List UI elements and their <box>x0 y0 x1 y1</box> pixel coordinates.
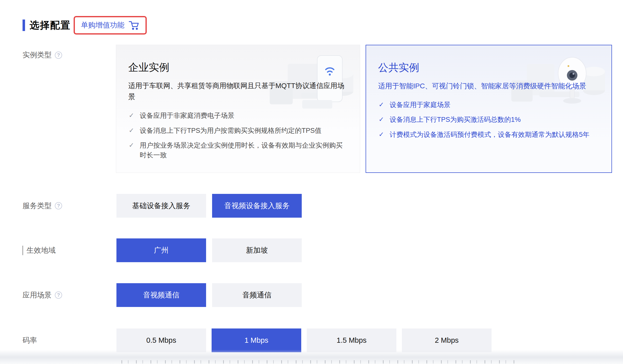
check-icon: ✓ <box>129 141 134 150</box>
bitrate-options: 0.5 Mbps 1 Mbps 1.5 Mbps 2 Mbps <box>116 328 492 352</box>
instance-type-label: 实例类型 ? <box>23 50 62 60</box>
section-accent-bar <box>23 20 25 31</box>
option-bitrate-1mbps[interactable]: 1 Mbps <box>212 328 301 352</box>
service-type-options: 基础设备接入服务 音视频设备接入服务 <box>116 194 302 218</box>
feature-item: ✓ 设备消息上下行TPS为用户按需购买实例规格所约定的TPS值 <box>128 126 347 136</box>
option-av-device-access[interactable]: 音视频设备接入服务 <box>212 194 302 218</box>
option-region-guangzhou[interactable]: 广州 <box>116 238 206 262</box>
help-icon[interactable]: ? <box>55 202 62 209</box>
card-feature-list: ✓ 设备应用于家庭场景 ✓ 设备消息上下行TPS为购买激活码总数的1% ✓ 计费… <box>378 100 599 139</box>
scenario-options: 音视频通信 音频通信 <box>116 283 302 307</box>
feature-text: 设备消息上下行TPS为用户按需购买实例规格所约定的TPS值 <box>140 127 322 134</box>
feature-text: 设备消息上下行TPS为购买激活码总数的1% <box>390 116 521 123</box>
page-title: 选择配置 <box>30 19 71 32</box>
feature-item: ✓ 设备消息上下行TPS为购买激活码总数的1% <box>378 115 599 125</box>
card-title: 公共实例 <box>378 61 599 75</box>
option-region-singapore[interactable]: 新加坡 <box>212 238 302 262</box>
region-label: 生效地域 <box>23 238 56 262</box>
check-icon: ✓ <box>379 100 384 110</box>
feature-text: 设备应用于非家庭消费电子场景 <box>140 112 234 119</box>
option-bitrate-1-5mbps[interactable]: 1.5 Mbps <box>307 328 396 352</box>
option-bitrate-2mbps[interactable]: 2 Mbps <box>402 328 492 352</box>
check-icon: ✓ <box>379 115 384 124</box>
check-icon: ✓ <box>379 130 384 139</box>
region-options: 广州 新加坡 <box>116 238 302 262</box>
clipped-next-row <box>121 360 520 363</box>
card-description: 适用于车联网、共享租赁等商用物联网且只基于MQTT协议通信应用场景 <box>128 80 347 102</box>
option-basic-device-access[interactable]: 基础设备接入服务 <box>116 194 206 218</box>
option-bitrate-0-5mbps[interactable]: 0.5 Mbps <box>116 328 206 352</box>
help-icon[interactable]: ? <box>55 291 62 299</box>
section-header: 选择配置 单购增值功能 <box>23 16 147 35</box>
addon-purchase-link[interactable]: 单购增值功能 <box>81 20 124 30</box>
service-type-label-text: 服务类型 <box>23 201 52 211</box>
annotation-highlight-box: 单购增值功能 <box>74 16 147 35</box>
check-icon: ✓ <box>129 111 134 120</box>
scenario-label: 应用场景 ? <box>23 283 62 307</box>
card-title: 企业实例 <box>128 61 347 74</box>
text-caret <box>23 246 23 255</box>
card-description: 适用于智能IPC、可视门铃门锁、智能家居等消费级硬件智能化场景 <box>378 81 598 92</box>
scenario-label-text: 应用场景 <box>23 290 52 300</box>
instance-type-cards: 企业实例 适用于车联网、共享租赁等商用物联网且只基于MQTT协议通信应用场景 ✓… <box>116 45 612 173</box>
check-icon: ✓ <box>129 126 134 135</box>
feature-item: ✓ 计费模式为设备激活码预付费模式，设备有效期通常为默认规格5年 <box>378 130 599 140</box>
card-enterprise-instance[interactable]: 企业实例 适用于车联网、共享租赁等商用物联网且只基于MQTT协议通信应用场景 ✓… <box>116 45 360 173</box>
bitrate-label: 码率 <box>23 328 37 352</box>
help-icon[interactable]: ? <box>55 52 62 59</box>
region-label-text: 生效地域 <box>27 245 56 255</box>
cart-icon[interactable] <box>128 20 139 30</box>
feature-text: 用户按业务场景决定企业实例使用时长，设备有效期与企业实例购买时长一致 <box>140 142 343 159</box>
feature-text: 计费模式为设备激活码预付费模式，设备有效期通常为默认规格5年 <box>390 131 589 138</box>
service-type-label: 服务类型 ? <box>23 194 62 218</box>
option-av-communication[interactable]: 音视频通信 <box>116 283 206 307</box>
option-audio-communication[interactable]: 音频通信 <box>212 283 302 307</box>
purchase-config-page: 选择配置 单购增值功能 实例类型 ? <box>0 0 623 364</box>
bitrate-label-text: 码率 <box>23 335 37 345</box>
feature-text: 设备应用于家庭场景 <box>390 101 450 109</box>
instance-type-label-text: 实例类型 <box>23 50 52 60</box>
card-public-instance[interactable]: 公共实例 适用于智能IPC、可视门铃门锁、智能家居等消费级硬件智能化场景 ✓ 设… <box>366 45 612 173</box>
feature-item: ✓ 用户按业务场景决定企业实例使用时长，设备有效期与企业实例购买时长一致 <box>128 141 347 160</box>
card-feature-list: ✓ 设备应用于非家庭消费电子场景 ✓ 设备消息上下行TPS为用户按需购买实例规格… <box>128 111 347 160</box>
feature-item: ✓ 设备应用于非家庭消费电子场景 <box>128 111 347 121</box>
feature-item: ✓ 设备应用于家庭场景 <box>378 100 599 110</box>
